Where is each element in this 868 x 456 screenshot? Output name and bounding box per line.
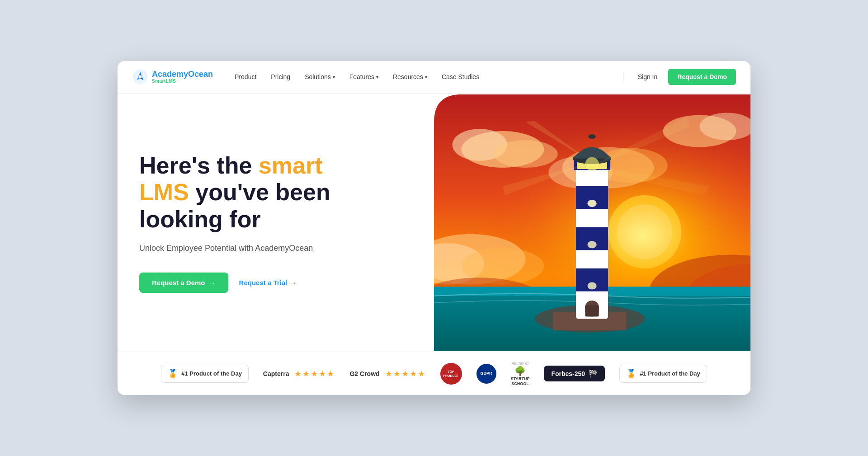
nav-case-studies[interactable]: Case Studies [442,73,479,80]
headline-text1: Here's the [139,152,259,179]
solutions-chevron-icon: ▾ [333,75,335,80]
gdpr-badge: GDPR [476,364,496,384]
hero-cta: Request a Demo → Request a Trial → [139,273,412,293]
startup-school-badge: Alumni of 🌳 STARTUPSCHOOL [511,361,530,386]
g2-label: G2 Crowd [349,370,379,377]
startup-school-label: STARTUPSCHOOL [511,376,530,386]
features-chevron-icon: ▾ [376,75,378,80]
svg-point-1 [138,75,142,78]
capterra-label: Capterra [263,370,289,377]
product-day-label-2: #1 Product of the Day [640,370,700,377]
logo-tagline: SmartLMS [152,79,213,84]
capterra-rating: Capterra ★★★★★ [263,369,335,379]
headline-rest: you've been [189,179,330,205]
top-product-text: TOPPRODUCT [443,370,459,378]
product-of-day-badge-2: 🏅 #1 Product of the Day [619,365,707,383]
svg-point-9 [494,140,558,168]
hero-left: Here's the smart LMS you've been looking… [118,94,434,352]
request-demo-nav-button[interactable]: Request a Demo [668,69,736,85]
logo-name: AcademyOcean [152,70,213,79]
nav-divider [623,72,623,81]
forbes-badge: Forbes-250 🏁 [544,366,605,381]
product-day-label-1: #1 Product of the Day [181,370,242,377]
top-product-circle: TOPPRODUCT [440,363,462,385]
svg-rect-29 [587,200,596,207]
svg-rect-30 [587,241,596,248]
browser-window: AcademyOcean SmartLMS Product Pricing So… [118,61,750,395]
hero-headline: Here's the smart LMS you've been looking… [139,152,412,233]
logo-text: AcademyOcean SmartLMS [152,70,213,84]
headline-looking: looking for [139,206,261,232]
hero-section: Here's the smart LMS you've been looking… [118,94,750,352]
nav-product[interactable]: Product [235,73,256,80]
alumni-label: Alumni of [512,361,529,366]
request-trial-link[interactable]: Request a Trial → [239,279,297,287]
top-product-logo: TOPPRODUCT [440,363,462,385]
logo-icon [132,69,148,85]
g2-stars: ★★★★★ [385,369,426,379]
medal-icon-1: 🏅 [168,369,178,379]
sign-in-link[interactable]: Sign In [638,73,658,80]
startup-icon: 🌳 [514,366,526,376]
capterra-stars: ★★★★★ [294,369,335,379]
startup-school-content: Alumni of 🌳 STARTUPSCHOOL [511,361,530,386]
navbar: AcademyOcean SmartLMS Product Pricing So… [118,61,750,94]
headline-smart: smart [259,152,323,179]
nav-resources[interactable]: Resources ▾ [393,73,427,80]
svg-rect-38 [585,305,599,316]
request-demo-hero-button[interactable]: Request a Demo → [139,273,228,293]
nav-solutions[interactable]: Solutions ▾ [305,73,335,80]
nav-right: Sign In Request a Demo [619,69,736,85]
headline-lms: LMS [139,179,189,205]
nav-features[interactable]: Features ▾ [349,73,378,80]
gdpr-text: GDPR [481,371,492,376]
svg-rect-31 [587,282,596,289]
hero-subheading: Unlock Employee Potential with AcademyOc… [139,242,412,254]
forbes-label: Forbes-250 [551,370,585,377]
svg-point-35 [588,134,595,139]
medal-icon-2: 🏅 [626,369,636,379]
nav-links: Product Pricing Solutions ▾ Features ▾ R… [235,73,619,80]
social-proof-bar: 🏅 #1 Product of the Day Capterra ★★★★★ G… [118,352,750,395]
g2-rating: G2 Crowd ★★★★★ [349,369,425,379]
forbes-flag-icon: 🏁 [589,369,598,378]
product-of-day-badge-1: 🏅 #1 Product of the Day [161,365,249,383]
logo[interactable]: AcademyOcean SmartLMS [132,69,213,85]
gdpr-circle: GDPR [476,364,496,384]
nav-pricing[interactable]: Pricing [271,73,290,80]
hero-illustration [434,94,750,352]
resources-chevron-icon: ▾ [425,75,427,80]
lighthouse-svg [434,94,750,352]
